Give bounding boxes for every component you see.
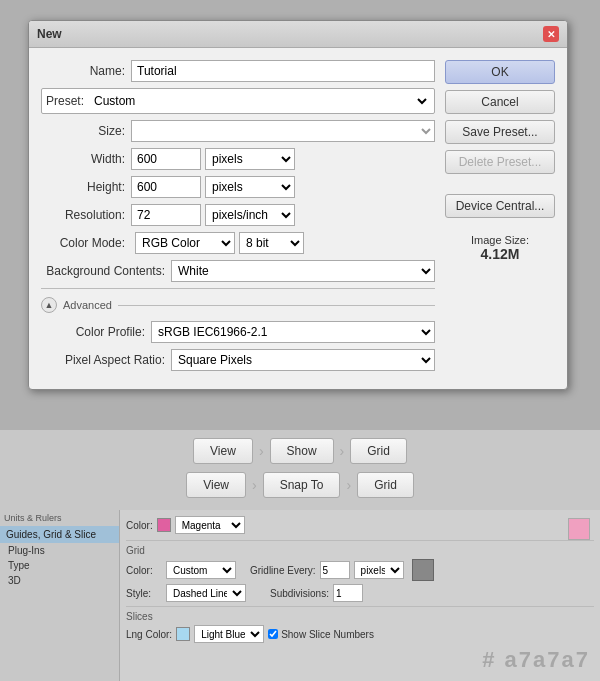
resolution-label: Resolution: [41, 208, 131, 222]
type-item[interactable]: Type [0, 558, 119, 573]
close-button[interactable]: ✕ [543, 26, 559, 42]
gridline-input[interactable] [320, 561, 350, 579]
guides-color-label: Color: [126, 520, 153, 531]
image-size-block: Image Size: 4.12M [445, 234, 555, 262]
height-unit-select[interactable]: pixels [205, 176, 295, 198]
show-button[interactable]: Show [270, 438, 334, 464]
name-row: Name: [41, 60, 435, 82]
guides-color-row: Color: Magenta [126, 516, 594, 534]
guides-grid-tab[interactable]: Guides, Grid & Slice [0, 526, 119, 543]
pixelaspect-label: Pixel Aspect Ratio: [41, 353, 171, 367]
resolution-input[interactable] [131, 204, 201, 226]
preset-label: Preset: [46, 94, 84, 108]
grid-color-label: Color: [126, 565, 162, 576]
width-unit-select[interactable]: pixels [205, 148, 295, 170]
show-slice-numbers-text: Show Slice Numbers [281, 629, 374, 640]
subdivisions-label: Subdivisions: [270, 588, 329, 599]
chevron-icon-3: › [252, 477, 257, 493]
style-label: Style: [126, 588, 162, 599]
grid-button-1[interactable]: Grid [350, 438, 407, 464]
pixelaspect-row: Pixel Aspect Ratio: Square Pixels [41, 349, 435, 371]
save-preset-button[interactable]: Save Preset... [445, 120, 555, 144]
magenta-swatch [157, 518, 171, 532]
height-input[interactable] [131, 176, 201, 198]
bgcontents-row: Background Contents: White [41, 260, 435, 282]
dialog-titlebar: New ✕ [29, 21, 567, 48]
style-select[interactable]: Dashed Lines [166, 584, 246, 602]
chevron-icon-2: › [340, 443, 345, 459]
grid-settings-row: Color: Custom Gridline Every: pixels [126, 559, 594, 581]
view-button-1[interactable]: View [193, 438, 253, 464]
gridline-unit-select[interactable]: pixels [354, 561, 404, 579]
dialog-body: Name: Preset: Custom Size: Width: pi [29, 48, 567, 389]
dialog-actions: OK Cancel Save Preset... Delete Preset..… [445, 60, 555, 377]
image-size-value: 4.12M [445, 246, 555, 262]
guides-color-select[interactable]: Magenta [175, 516, 245, 534]
colorprofile-select[interactable]: sRGB IEC61966-2.1 [151, 321, 435, 343]
preset-select[interactable]: Custom [88, 91, 430, 111]
pink-swatch [568, 518, 590, 540]
show-slice-numbers-label: Show Slice Numbers [268, 629, 374, 640]
toolbar-row-1: View › Show › Grid [80, 438, 520, 464]
grid-color-select[interactable]: Custom [166, 561, 236, 579]
resolution-row: Resolution: pixels/inch [41, 204, 435, 226]
advanced-toggle[interactable]: ▲ [41, 297, 57, 313]
bgcontents-label: Background Contents: [41, 264, 171, 278]
dialog-title: New [37, 27, 62, 41]
plugins-item[interactable]: Plug-Ins [0, 543, 119, 558]
size-label: Size: [41, 124, 131, 138]
width-input[interactable] [131, 148, 201, 170]
grid-section-label: Grid [126, 545, 594, 556]
show-slice-numbers-checkbox[interactable] [268, 629, 278, 639]
subdivisions-input[interactable] [333, 584, 363, 602]
resolution-unit-select[interactable]: pixels/inch [205, 204, 295, 226]
snapto-button[interactable]: Snap To [263, 472, 341, 498]
grid-button-2[interactable]: Grid [357, 472, 414, 498]
height-label: Height: [41, 180, 131, 194]
bottom-toolbar: View › Show › Grid View › Snap To › Grid [0, 430, 600, 514]
watermark-text: # a7a7a7 [482, 647, 590, 673]
colormode-label: Color Mode: [41, 236, 131, 250]
cancel-button[interactable]: Cancel [445, 90, 555, 114]
grid-divider [126, 540, 594, 541]
3d-item[interactable]: 3D [0, 573, 119, 588]
view-button-2[interactable]: View [186, 472, 246, 498]
line-color-label: Lng Color: [126, 629, 172, 640]
slices-row: Lng Color: Light Blue Show Slice Numbers [126, 625, 594, 643]
line-color-select[interactable]: Light Blue [194, 625, 264, 643]
delete-preset-button[interactable]: Delete Preset... [445, 150, 555, 174]
device-central-button[interactable]: Device Central... [445, 194, 555, 218]
chevron-icon-4: › [346, 477, 351, 493]
colorprofile-row: Color Profile: sRGB IEC61966-2.1 [41, 321, 435, 343]
toolbar-row-2: View › Snap To › Grid [80, 472, 520, 498]
slices-section-label: Slices [126, 611, 594, 622]
advanced-header: ▲ Advanced [41, 297, 435, 313]
left-panel: Units & Rulers Guides, Grid & Slice Plug… [0, 510, 120, 681]
slices-divider [126, 606, 594, 607]
ok-button[interactable]: OK [445, 60, 555, 84]
advanced-section: ▲ Advanced Color Profile: sRGB IEC61966-… [41, 288, 435, 371]
colorprofile-label: Color Profile: [41, 325, 151, 339]
pixelaspect-select[interactable]: Square Pixels [171, 349, 435, 371]
colormode-select[interactable]: RGB Color [135, 232, 235, 254]
bgcontents-select[interactable]: White [171, 260, 435, 282]
height-row: Height: pixels [41, 176, 435, 198]
image-size-label: Image Size: [445, 234, 555, 246]
grid-color-swatch [412, 559, 434, 581]
units-rulers-tab[interactable]: Units & Rulers [0, 510, 119, 526]
advanced-divider [118, 305, 435, 306]
size-select[interactable] [131, 120, 435, 142]
name-input[interactable] [131, 60, 435, 82]
bitdepth-select[interactable]: 8 bit [239, 232, 304, 254]
chevron-icon-1: › [259, 443, 264, 459]
dialog-form: Name: Preset: Custom Size: Width: pi [41, 60, 435, 377]
width-row: Width: pixels [41, 148, 435, 170]
lightblue-swatch [176, 627, 190, 641]
new-document-dialog: New ✕ Name: Preset: Custom Size: [28, 20, 568, 390]
width-label: Width: [41, 152, 131, 166]
colormode-row: Color Mode: RGB Color 8 bit [41, 232, 435, 254]
advanced-label: Advanced [63, 299, 112, 311]
gridline-label: Gridline Every: [250, 565, 316, 576]
name-label: Name: [41, 64, 131, 78]
style-subdivisions-row: Style: Dashed Lines Subdivisions: [126, 584, 594, 602]
